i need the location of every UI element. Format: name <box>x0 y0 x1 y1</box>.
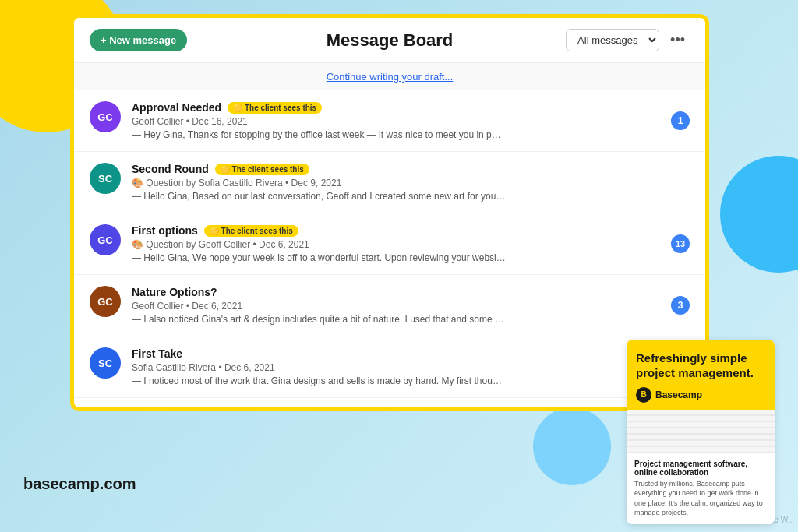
message-count: 13 <box>671 234 690 253</box>
message-preview: — I also noticed Gina's art & design inc… <box>132 314 506 325</box>
ad-logo-text: Basecamp <box>655 389 702 400</box>
list-item[interactable]: GC Nature Options? Geoff Collier • Dec 6… <box>74 275 705 336</box>
ad-screenshot-bg <box>627 410 775 453</box>
message-title: First Take <box>132 347 182 360</box>
page-title: Message Board <box>327 30 454 51</box>
more-options-button[interactable]: ••• <box>666 30 690 50</box>
message-title: Approval Needed <box>132 101 221 114</box>
bg-blue-blob <box>720 156 798 273</box>
header-right: All messages ••• <box>566 29 690 51</box>
message-preview: — Hello Gina, Based on our last conversa… <box>132 191 506 202</box>
message-meta: 🎨 Question by Geoff Collier • Dec 6, 202… <box>132 239 665 250</box>
avatar: SC <box>90 163 121 194</box>
header: + New message Message Board All messages… <box>74 18 705 63</box>
avatar: GC <box>90 286 121 317</box>
message-meta: Geoff Collier • Dec 16, 2021 <box>132 116 665 127</box>
message-title: First options <box>132 224 198 237</box>
avatar: 👩 <box>90 409 121 410</box>
message-content: Introductions 🟡 The client sees this Liz… <box>132 409 665 410</box>
client-badge: 🟡 The client sees this <box>215 164 309 175</box>
message-content: Nature Options? Geoff Collier • Dec 6, 2… <box>132 286 665 325</box>
draft-bar: Continue writing your draft... <box>74 63 705 90</box>
ad-yellow-section: Refreshingly simple project management. … <box>627 340 775 410</box>
draft-link[interactable]: Continue writing your draft... <box>327 71 454 83</box>
list-item[interactable]: GC Approval Needed 🟡 The client sees thi… <box>74 90 705 152</box>
ad-bottom: Project management software, online coll… <box>627 453 775 524</box>
list-item[interactable]: SC Second Round 🟡 The client sees this 🎨… <box>74 152 705 213</box>
ad-desc: Trusted by millions, Basecamp puts every… <box>634 479 767 518</box>
message-count: 1 <box>671 111 690 130</box>
main-frame: + New message Message Board All messages… <box>70 14 709 411</box>
avatar: GC <box>90 224 121 255</box>
message-title-row: Nature Options? <box>132 286 665 298</box>
message-title: Nature Options? <box>132 286 217 298</box>
ad-subtitle: Project management software, online coll… <box>634 460 767 477</box>
message-title-row: Approval Needed 🟡 The client sees this <box>132 101 665 114</box>
message-meta: Geoff Collier • Dec 6, 2021 <box>132 301 665 312</box>
avatar: SC <box>90 347 121 379</box>
message-title: Second Round <box>132 163 209 175</box>
message-preview: — Hey Gina, Thanks for stopping by the o… <box>132 129 506 140</box>
list-item[interactable]: SC First Take Sofia Castillo Rivera • De… <box>74 336 705 398</box>
message-content: Second Round 🟡 The client sees this 🎨 Qu… <box>132 163 690 202</box>
list-item[interactable]: 👩 Introductions 🟡 The client sees this L… <box>74 398 705 410</box>
client-badge: 🟡 The client sees this <box>207 410 302 410</box>
message-preview: — Hello Gina, We hope your week is off t… <box>132 252 506 263</box>
message-title-row: Introductions 🟡 The client sees this <box>132 409 665 410</box>
list-item[interactable]: GC First options 🟡 The client sees this … <box>74 213 705 275</box>
basecamp-logo-icon: B <box>636 387 651 403</box>
message-preview: — I noticed most of the work that Gina d… <box>132 375 506 386</box>
bg-blue-blob2 <box>533 407 611 485</box>
client-badge: 🟡 The client sees this <box>204 225 298 237</box>
message-meta: 🎨 Question by Sofia Castillo Rivera • De… <box>132 178 690 188</box>
avatar: GC <box>90 101 121 132</box>
message-content: First Take Sofia Castillo Rivera • Dec 6… <box>132 347 665 386</box>
ad-tagline: Refreshingly simple project management. <box>636 351 765 381</box>
message-title-row: First options 🟡 The client sees this <box>132 224 665 237</box>
ad-screenshot <box>627 410 775 453</box>
message-title-row: Second Round 🟡 The client sees this <box>132 163 690 175</box>
client-badge: 🟡 The client sees this <box>228 102 322 114</box>
message-count: 3 <box>671 296 690 315</box>
message-title: Introductions <box>132 409 201 410</box>
message-list: GC Approval Needed 🟡 The client sees thi… <box>74 90 705 410</box>
new-message-button[interactable]: + New message <box>90 29 187 51</box>
message-content: First options 🟡 The client sees this 🎨 Q… <box>132 224 665 263</box>
filter-select[interactable]: All messages <box>566 29 659 51</box>
ad-logo-row: B Basecamp <box>636 387 765 403</box>
basecamp-url: basecamp.com <box>23 475 136 492</box>
ad-card: Refreshingly simple project management. … <box>627 340 775 524</box>
message-title-row: First Take <box>132 347 665 360</box>
message-content: Approval Needed 🟡 The client sees this G… <box>132 101 665 140</box>
message-meta: Sofia Castillo Rivera • Dec 6, 2021 <box>132 362 665 373</box>
